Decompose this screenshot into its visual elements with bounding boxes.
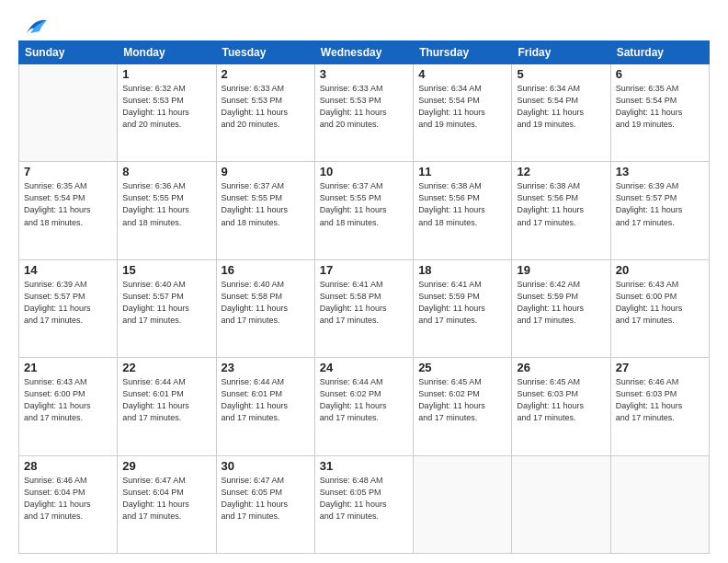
day-info: Sunrise: 6:45 AM Sunset: 6:03 PM Dayligh… — [517, 376, 605, 424]
day-number: 2 — [222, 67, 310, 81]
calendar-day-cell: 26Sunrise: 6:45 AM Sunset: 6:03 PM Dayli… — [512, 358, 610, 455]
calendar-day-cell: 6Sunrise: 6:35 AM Sunset: 5:54 PM Daylig… — [610, 64, 709, 162]
day-info: Sunrise: 6:41 AM Sunset: 5:58 PM Dayligh… — [320, 279, 408, 327]
calendar-day-cell: 8Sunrise: 6:36 AM Sunset: 5:55 PM Daylig… — [118, 162, 216, 259]
day-of-week-header: Saturday — [610, 41, 709, 64]
day-number: 15 — [122, 263, 210, 277]
calendar-day-cell: 31Sunrise: 6:48 AM Sunset: 6:05 PM Dayli… — [314, 455, 413, 553]
calendar-day-cell: 28Sunrise: 6:46 AM Sunset: 6:04 PM Dayli… — [19, 455, 118, 553]
day-info: Sunrise: 6:44 AM Sunset: 6:01 PM Dayligh… — [222, 376, 310, 424]
calendar-day-cell: 29Sunrise: 6:47 AM Sunset: 6:04 PM Dayli… — [118, 455, 216, 553]
calendar-day-cell: 10Sunrise: 6:37 AM Sunset: 5:55 PM Dayli… — [314, 162, 413, 259]
day-info: Sunrise: 6:33 AM Sunset: 5:53 PM Dayligh… — [320, 83, 408, 131]
day-number: 1 — [122, 67, 210, 81]
logo — [18, 17, 49, 33]
day-number: 14 — [24, 263, 112, 277]
calendar-day-cell: 4Sunrise: 6:34 AM Sunset: 5:54 PM Daylig… — [414, 64, 512, 162]
day-info: Sunrise: 6:38 AM Sunset: 5:56 PM Dayligh… — [418, 180, 506, 228]
day-number: 30 — [222, 459, 310, 473]
calendar-week-row: 21Sunrise: 6:43 AM Sunset: 6:00 PM Dayli… — [19, 358, 710, 455]
day-info: Sunrise: 6:37 AM Sunset: 5:55 PM Dayligh… — [320, 180, 408, 228]
day-number: 25 — [418, 361, 506, 374]
day-number: 7 — [24, 165, 112, 178]
calendar-day-cell: 5Sunrise: 6:34 AM Sunset: 5:54 PM Daylig… — [512, 64, 610, 162]
day-of-week-header: Friday — [512, 41, 610, 64]
day-info: Sunrise: 6:40 AM Sunset: 5:58 PM Dayligh… — [222, 279, 310, 327]
header — [18, 17, 710, 33]
day-info: Sunrise: 6:38 AM Sunset: 5:56 PM Dayligh… — [517, 180, 605, 228]
day-info: Sunrise: 6:34 AM Sunset: 5:54 PM Dayligh… — [517, 83, 605, 131]
day-number: 10 — [320, 165, 408, 178]
calendar-day-cell — [610, 455, 709, 553]
day-number: 26 — [517, 361, 605, 374]
logo-bird-icon — [19, 17, 49, 37]
day-info: Sunrise: 6:39 AM Sunset: 5:57 PM Dayligh… — [616, 180, 704, 228]
calendar-day-cell: 17Sunrise: 6:41 AM Sunset: 5:58 PM Dayli… — [314, 259, 413, 357]
calendar-day-cell: 2Sunrise: 6:33 AM Sunset: 5:53 PM Daylig… — [216, 64, 314, 162]
day-of-week-header: Sunday — [19, 41, 118, 64]
calendar-day-cell — [414, 455, 512, 553]
day-info: Sunrise: 6:43 AM Sunset: 6:00 PM Dayligh… — [24, 376, 112, 424]
calendar-day-cell: 14Sunrise: 6:39 AM Sunset: 5:57 PM Dayli… — [19, 259, 118, 357]
day-of-week-header: Wednesday — [314, 41, 413, 64]
day-info: Sunrise: 6:34 AM Sunset: 5:54 PM Dayligh… — [418, 83, 506, 131]
day-number: 4 — [418, 67, 506, 81]
day-number: 9 — [222, 165, 310, 178]
day-number: 16 — [222, 263, 310, 277]
calendar-day-cell: 12Sunrise: 6:38 AM Sunset: 5:56 PM Dayli… — [512, 162, 610, 259]
day-info: Sunrise: 6:39 AM Sunset: 5:57 PM Dayligh… — [24, 279, 112, 327]
calendar-day-cell: 25Sunrise: 6:45 AM Sunset: 6:02 PM Dayli… — [414, 358, 512, 455]
calendar-day-cell: 30Sunrise: 6:47 AM Sunset: 6:05 PM Dayli… — [216, 455, 314, 553]
day-info: Sunrise: 6:43 AM Sunset: 6:00 PM Dayligh… — [616, 279, 704, 327]
day-number: 20 — [616, 263, 704, 277]
day-info: Sunrise: 6:47 AM Sunset: 6:05 PM Dayligh… — [222, 475, 310, 523]
calendar: SundayMondayTuesdayWednesdayThursdayFrid… — [18, 40, 710, 554]
calendar-day-cell: 20Sunrise: 6:43 AM Sunset: 6:00 PM Dayli… — [610, 259, 709, 357]
calendar-day-cell: 21Sunrise: 6:43 AM Sunset: 6:00 PM Dayli… — [19, 358, 118, 455]
day-number: 5 — [517, 67, 605, 81]
day-info: Sunrise: 6:46 AM Sunset: 6:03 PM Dayligh… — [616, 376, 704, 424]
day-info: Sunrise: 6:44 AM Sunset: 6:02 PM Dayligh… — [320, 376, 408, 424]
day-info: Sunrise: 6:42 AM Sunset: 5:59 PM Dayligh… — [517, 279, 605, 327]
day-number: 27 — [616, 361, 704, 374]
day-number: 11 — [418, 165, 506, 178]
page: SundayMondayTuesdayWednesdayThursdayFrid… — [0, 0, 728, 563]
day-number: 8 — [122, 165, 210, 178]
calendar-week-row: 7Sunrise: 6:35 AM Sunset: 5:54 PM Daylig… — [19, 162, 710, 259]
calendar-day-cell — [19, 64, 118, 162]
day-number: 3 — [320, 67, 408, 81]
day-number: 29 — [122, 459, 210, 473]
day-number: 13 — [616, 165, 704, 178]
calendar-day-cell: 3Sunrise: 6:33 AM Sunset: 5:53 PM Daylig… — [314, 64, 413, 162]
calendar-day-cell: 15Sunrise: 6:40 AM Sunset: 5:57 PM Dayli… — [118, 259, 216, 357]
day-number: 17 — [320, 263, 408, 277]
calendar-header-row: SundayMondayTuesdayWednesdayThursdayFrid… — [19, 41, 710, 64]
day-number: 22 — [122, 361, 210, 374]
day-number: 12 — [517, 165, 605, 178]
day-info: Sunrise: 6:45 AM Sunset: 6:02 PM Dayligh… — [418, 376, 506, 424]
day-number: 24 — [320, 361, 408, 374]
calendar-day-cell: 24Sunrise: 6:44 AM Sunset: 6:02 PM Dayli… — [314, 358, 413, 455]
calendar-day-cell: 1Sunrise: 6:32 AM Sunset: 5:53 PM Daylig… — [118, 64, 216, 162]
day-info: Sunrise: 6:35 AM Sunset: 5:54 PM Dayligh… — [616, 83, 704, 131]
calendar-day-cell: 19Sunrise: 6:42 AM Sunset: 5:59 PM Dayli… — [512, 259, 610, 357]
day-number: 19 — [517, 263, 605, 277]
calendar-day-cell: 18Sunrise: 6:41 AM Sunset: 5:59 PM Dayli… — [414, 259, 512, 357]
calendar-day-cell: 7Sunrise: 6:35 AM Sunset: 5:54 PM Daylig… — [19, 162, 118, 259]
day-of-week-header: Tuesday — [216, 41, 314, 64]
calendar-day-cell: 9Sunrise: 6:37 AM Sunset: 5:55 PM Daylig… — [216, 162, 314, 259]
day-info: Sunrise: 6:41 AM Sunset: 5:59 PM Dayligh… — [418, 279, 506, 327]
calendar-week-row: 14Sunrise: 6:39 AM Sunset: 5:57 PM Dayli… — [19, 259, 710, 357]
calendar-day-cell — [512, 455, 610, 553]
day-of-week-header: Thursday — [414, 41, 512, 64]
day-number: 28 — [24, 459, 112, 473]
calendar-week-row: 1Sunrise: 6:32 AM Sunset: 5:53 PM Daylig… — [19, 64, 710, 162]
day-info: Sunrise: 6:40 AM Sunset: 5:57 PM Dayligh… — [122, 279, 210, 327]
day-info: Sunrise: 6:36 AM Sunset: 5:55 PM Dayligh… — [122, 180, 210, 228]
day-info: Sunrise: 6:47 AM Sunset: 6:04 PM Dayligh… — [122, 475, 210, 523]
calendar-day-cell: 27Sunrise: 6:46 AM Sunset: 6:03 PM Dayli… — [610, 358, 709, 455]
day-number: 18 — [418, 263, 506, 277]
day-number: 21 — [24, 361, 112, 374]
calendar-day-cell: 11Sunrise: 6:38 AM Sunset: 5:56 PM Dayli… — [414, 162, 512, 259]
day-of-week-header: Monday — [118, 41, 216, 64]
